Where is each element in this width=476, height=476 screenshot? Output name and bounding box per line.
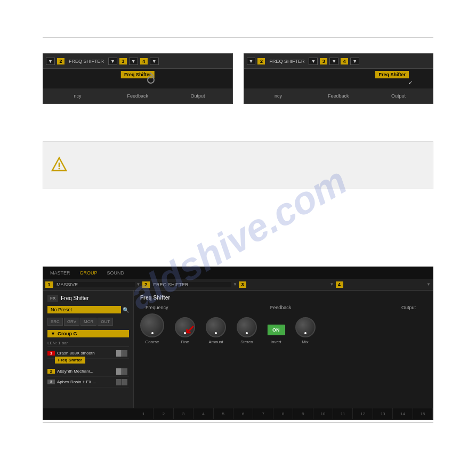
section-label-frequency: Frequency	[146, 305, 236, 310]
knob-stereo-dot	[246, 332, 248, 334]
track-item-3[interactable]: 3 Aphex Rosin + FX ...	[47, 377, 129, 388]
knob-fine[interactable]	[175, 317, 195, 337]
seq-num-4: 4	[193, 408, 213, 420]
dropdown-arrow-r4: ▼	[352, 59, 357, 64]
slot-bar: 1 MASSIVE ▼ 2 FREQ SHIFTER ▼ 3 ▼ 4 ▼	[43, 279, 433, 291]
slot-arrow-3: ▼	[330, 282, 334, 287]
fx-controls-title: Freq Shifter	[140, 295, 426, 301]
track-bars-1	[116, 350, 129, 357]
slot-dropdown-r4[interactable]: ▼	[350, 58, 359, 65]
source-buttons: SRC GRV MCR OUT	[47, 318, 129, 326]
track-num-1: 1	[47, 351, 55, 356]
seq-num-13: 13	[373, 408, 393, 420]
warning-box	[43, 141, 433, 189]
preset-name[interactable]: No Preset	[47, 306, 121, 313]
tab-group[interactable]: GROUP	[76, 269, 102, 277]
slot-dropdown-r2[interactable]: ▼	[309, 58, 318, 65]
track-num-2: 2	[47, 369, 55, 374]
src-button[interactable]: SRC	[47, 318, 63, 326]
grv-button[interactable]: GRV	[64, 318, 79, 326]
knob-coarse[interactable]	[140, 313, 164, 337]
fx-title: Freq Shifter	[61, 295, 88, 301]
preset-bar: No Preset 🔍	[47, 306, 129, 313]
knob-group-invert: ON Invert	[268, 325, 285, 344]
slot-num-4: 4	[140, 58, 148, 64]
out-button[interactable]: OUT	[98, 318, 113, 326]
panel-left: ▼ 2 FREQ SHIFTER ▼ 3 ▼ 4 ▼ Freq Shifter …	[43, 53, 233, 104]
slot-pill-2: 2	[142, 281, 150, 288]
slot-num-r3: 3	[320, 58, 327, 64]
track-bars-3	[116, 379, 129, 385]
knob-group-coarse: Coarse	[140, 313, 164, 344]
track-bar-2a	[116, 368, 122, 375]
svg-point-2	[59, 168, 60, 170]
dropdown-arrow-2: ▼	[110, 59, 115, 64]
slot-name-massive: MASSIVE	[54, 282, 135, 287]
fx-badge-row: FX Freq Shifter	[47, 295, 129, 302]
dropdown-arrow-r1: ▼	[249, 59, 254, 64]
knob-mix-label: Mix	[302, 340, 308, 344]
main-panel: MASTER GROUP SOUND 1 MASSIVE ▼ 2 FREQ SH…	[43, 267, 433, 420]
slot-arrow-4: ▼	[426, 282, 431, 287]
panel-right-badge-area: Freq Shifter ↙	[244, 69, 433, 89]
slot-dropdown-2[interactable]: ▼	[108, 58, 117, 65]
track-item-2[interactable]: 2 Absynth Mechani...	[47, 366, 129, 377]
preset-search-icon[interactable]: 🔍	[123, 307, 129, 313]
slot-label-freqshifter: FREQ SHIFTER	[67, 59, 106, 64]
seq-num-6: 6	[233, 408, 253, 420]
seq-num-10: 10	[313, 408, 333, 420]
knob-mix[interactable]	[295, 317, 316, 337]
panel-left-toolbar: ▼ 2 FREQ SHIFTER ▼ 3 ▼ 4 ▼	[43, 54, 232, 69]
slot-num-3: 3	[119, 58, 127, 64]
track-bar-2b	[122, 368, 127, 375]
seq-num-14: 14	[393, 408, 413, 420]
warning-icon	[51, 156, 67, 174]
freq-shifter-badge-right: Freq Shifter	[375, 71, 409, 78]
panel-left-badge-area: Freq Shifter	[43, 69, 232, 89]
slot-dropdown-4[interactable]: ▼	[150, 58, 159, 65]
panels-row: ▼ 2 FREQ SHIFTER ▼ 3 ▼ 4 ▼ Freq Shifter …	[43, 53, 433, 104]
knob-group-mix: Mix	[295, 317, 316, 344]
invert-on-button[interactable]: ON	[268, 325, 285, 335]
panel-right-toolbar: ▼ 2 FREQ SHIFTER ▼ 3 ▼ 4 ▼	[244, 54, 433, 69]
dropdown-arrow-r2: ▼	[311, 59, 316, 64]
slot-arrow-2: ▼	[233, 282, 237, 287]
cursor-arrow-right: ↙	[408, 79, 413, 85]
knob-group-stereo: Stereo	[237, 317, 257, 344]
knob-invert-label: Invert	[271, 340, 281, 344]
knob-group-fine: Fine	[175, 317, 195, 344]
seq-numbers: 1 2 3 4 5 6 7 8 9 10 11 12 13 14 15	[134, 408, 433, 420]
tab-master[interactable]: MASTER	[46, 269, 75, 277]
knob-amount[interactable]	[206, 317, 226, 337]
seq-num-15: 15	[413, 408, 433, 420]
top-divider	[43, 37, 433, 38]
slot-dropdown-1[interactable]: ▼	[46, 58, 55, 65]
track-bar-1b	[122, 350, 127, 357]
slot-dropdown-r3[interactable]: ▼	[329, 58, 338, 65]
panel-left-label-freq: ncy	[47, 93, 108, 99]
track-bar-1a	[116, 350, 122, 357]
track-bar-3b	[122, 379, 127, 385]
section-label-feedback: Feedback	[236, 305, 326, 310]
section-label-output: Output	[326, 305, 426, 310]
seq-num-9: 9	[293, 408, 313, 420]
seq-num-11: 11	[333, 408, 353, 420]
group-arrow-icon: ▼	[51, 331, 55, 336]
knob-fine-dot	[184, 332, 186, 334]
fx-controls: Freq Shifter Frequency Feedback Output C…	[134, 291, 433, 408]
knob-coarse-label: Coarse	[146, 340, 159, 344]
panel-right-bottom: ncy Feedback Output	[244, 88, 433, 103]
mcr-button[interactable]: MCR	[80, 318, 96, 326]
knob-stereo[interactable]	[237, 317, 257, 337]
tab-sound[interactable]: SOUND	[103, 269, 129, 277]
track1-tooltip: Freq Shifter	[55, 357, 85, 364]
panel-right-label-output: Output	[368, 93, 429, 99]
slot-arrow-1: ▼	[136, 282, 141, 287]
dropdown-arrow-4: ▼	[152, 59, 157, 64]
slot-dropdown-3[interactable]: ▼	[129, 58, 138, 65]
slot-name-freqshifter: FREQ SHIFTER	[151, 282, 232, 287]
slot-dropdown-r1[interactable]: ▼	[247, 58, 256, 65]
panel-left-label-feedback: Feedback	[108, 93, 168, 99]
slot-num-2: 2	[57, 58, 64, 64]
seq-num-12: 12	[353, 408, 373, 420]
